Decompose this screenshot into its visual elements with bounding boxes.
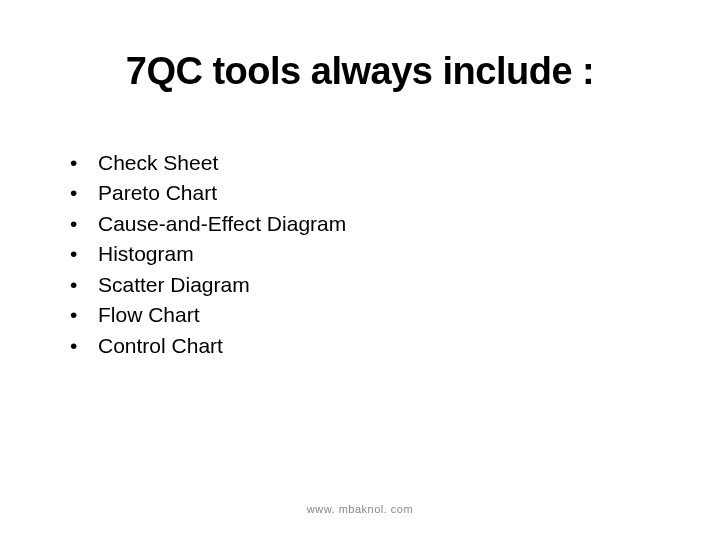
- list-item: Control Chart: [70, 331, 660, 361]
- list-item: Check Sheet: [70, 148, 660, 178]
- slide-title: 7QC tools always include :: [60, 50, 660, 93]
- bullet-list: Check Sheet Pareto Chart Cause-and-Effec…: [60, 148, 660, 361]
- list-item: Pareto Chart: [70, 178, 660, 208]
- list-item: Scatter Diagram: [70, 270, 660, 300]
- list-item: Flow Chart: [70, 300, 660, 330]
- footer-text: www. mbaknol. com: [0, 503, 720, 515]
- list-item: Histogram: [70, 239, 660, 269]
- list-item: Cause-and-Effect Diagram: [70, 209, 660, 239]
- slide-container: 7QC tools always include : Check Sheet P…: [0, 0, 720, 540]
